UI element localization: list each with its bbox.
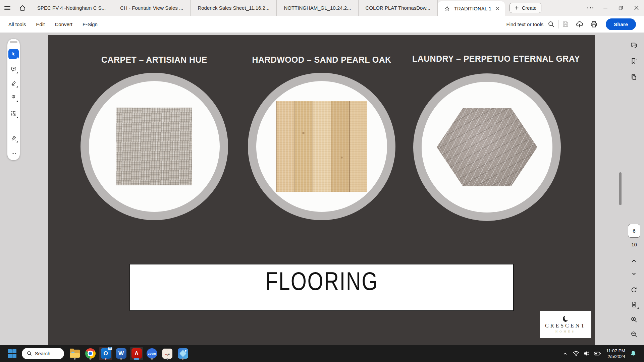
find-text-or-tools[interactable]: Find text or tools xyxy=(503,20,558,28)
close-icon xyxy=(633,5,640,11)
taskbar-app-photos[interactable] xyxy=(176,347,190,360)
taskbar-app-acrobat[interactable]: A xyxy=(130,347,143,360)
print-button[interactable] xyxy=(587,18,601,31)
document-tab[interactable]: COLOR PLAT ThomasDow... xyxy=(359,0,438,16)
taskbar-search[interactable]: Search xyxy=(22,348,64,359)
window-close-button[interactable] xyxy=(629,0,644,16)
sample-circle-inner xyxy=(422,82,552,213)
zoom-app-icon: zoom xyxy=(147,348,157,359)
hidden-icons-button[interactable] xyxy=(560,347,571,360)
volume-button[interactable] xyxy=(581,347,592,360)
save-button[interactable] xyxy=(558,18,573,31)
battery-icon xyxy=(593,350,601,358)
quick-tools-panel xyxy=(7,39,20,160)
document-tab[interactable]: CH - Fountain View Sales ... xyxy=(113,0,191,16)
fill-sign-tool-button[interactable] xyxy=(8,133,19,143)
current-page-input[interactable] xyxy=(628,224,640,237)
hardwood-swatch-image xyxy=(276,101,367,192)
window-minimize-button[interactable] xyxy=(598,0,613,16)
taskbar-app-outlook[interactable]: O xyxy=(99,347,112,360)
taskbar-app-word[interactable]: W xyxy=(114,347,128,360)
tab-label: CH - Fountain View Sales ... xyxy=(120,5,183,11)
divider xyxy=(601,20,601,28)
lasso-draw-icon xyxy=(10,94,17,101)
zoom-out-icon xyxy=(630,330,638,338)
window-maximize-button[interactable] xyxy=(613,0,629,16)
add-text-tool-button[interactable] xyxy=(8,108,19,119)
start-button[interactable] xyxy=(5,347,19,360)
zoom-out-button[interactable] xyxy=(629,329,639,339)
previous-page-button[interactable] xyxy=(629,256,639,266)
home-icon xyxy=(19,4,26,12)
panel-drag-handle[interactable] xyxy=(10,41,17,43)
search-label: Search xyxy=(35,351,50,356)
rotate-refresh-button[interactable] xyxy=(629,285,639,295)
home-button[interactable] xyxy=(15,0,30,16)
notification-bell-icon xyxy=(630,350,637,357)
acrobat-toolbar: All tools Edit Convert E-Sign Find text … xyxy=(0,16,644,33)
search-icon xyxy=(547,20,555,28)
document-tab[interactable]: SPEC FV 4 -Nottingham C S... xyxy=(30,0,113,16)
page-fit-button[interactable] xyxy=(629,299,639,309)
sample-circle-inner xyxy=(89,81,220,212)
file-explorer-icon xyxy=(70,350,80,358)
wifi-button[interactable] xyxy=(571,347,581,360)
more-options-button[interactable] xyxy=(583,0,598,16)
document-tab[interactable]: NOTTINGHAM_GL_10.24.2... xyxy=(277,0,358,16)
cloud-upload-icon xyxy=(576,20,584,28)
date-label: 2/5/2024 xyxy=(606,354,625,359)
taskbar-app-chrome[interactable] xyxy=(84,347,97,360)
ellipsis-icon xyxy=(587,7,594,9)
draw-tool-button[interactable] xyxy=(8,92,19,103)
edit-menu[interactable]: Edit xyxy=(31,16,50,33)
zoom-in-icon xyxy=(630,316,638,323)
taskbar-app-zoom[interactable]: zoom xyxy=(145,347,159,360)
select-tool-button[interactable] xyxy=(8,49,19,59)
notifications-button[interactable] xyxy=(628,347,639,360)
taskbar-app-snipping-tool[interactable]: ✂ xyxy=(161,347,174,360)
taskbar-app-file-explorer[interactable] xyxy=(68,347,82,360)
acrobat-icon: A xyxy=(131,348,142,359)
page-fit-icon xyxy=(631,301,638,308)
tab-label: Roderick Sales Sheet_11.16.2... xyxy=(198,5,269,11)
plus-icon xyxy=(514,5,519,10)
tab-label: SPEC FV 4 -Nottingham C S... xyxy=(37,5,106,11)
all-tools-menu[interactable]: All tools xyxy=(3,16,31,33)
next-page-button[interactable] xyxy=(629,269,639,279)
hamburger-icon xyxy=(4,6,10,10)
fountain-pen-icon xyxy=(10,135,17,141)
crescent-homes-logo: CRESCENT HOMES xyxy=(540,311,591,338)
flooring-title-box: FLOORING xyxy=(129,264,514,311)
zoom-in-button[interactable] xyxy=(629,314,639,324)
bookmark-icon xyxy=(630,57,638,65)
app-menu-button[interactable] xyxy=(0,0,15,16)
esign-menu[interactable]: E-Sign xyxy=(77,16,103,33)
upload-cloud-button[interactable] xyxy=(573,18,587,31)
total-pages-label: 10 xyxy=(628,242,640,247)
taskbar-clock[interactable]: 11:07 PM 2/5/2024 xyxy=(606,348,625,359)
bookmarks-panel-button[interactable] xyxy=(629,56,639,66)
document-tab[interactable]: Roderick Sales Sheet_11.16.2... xyxy=(191,0,277,16)
current-page-box xyxy=(628,224,640,238)
highlight-tool-button[interactable] xyxy=(8,78,19,88)
divider xyxy=(629,281,639,281)
sample-label-laundry: LAUNDRY – PERPETUO ETERNAL GRAY xyxy=(412,54,580,64)
battery-button[interactable] xyxy=(592,347,603,360)
save-icon xyxy=(562,20,569,28)
vertical-scrollbar-thumb[interactable] xyxy=(619,172,622,205)
wifi-icon xyxy=(573,350,580,357)
star-icon[interactable] xyxy=(444,5,450,12)
share-button[interactable]: Share xyxy=(606,18,636,30)
speaker-icon xyxy=(583,350,590,357)
page-title: FLOORING xyxy=(265,266,378,296)
create-button[interactable]: Create xyxy=(509,3,541,13)
pages-panel-button[interactable] xyxy=(629,72,639,82)
comments-panel-button[interactable] xyxy=(629,41,639,50)
document-tab-active[interactable]: TRADITIONAL 1 xyxy=(438,1,505,16)
add-comment-tool-button[interactable] xyxy=(8,64,19,74)
close-tab-icon[interactable] xyxy=(495,6,500,11)
logo-name: CRESCENT xyxy=(545,323,586,329)
more-tools-button[interactable] xyxy=(8,148,19,159)
pdf-viewer: CARPET – ARTISIAN HUE HARDWOOD – SAND PE… xyxy=(0,33,644,345)
convert-menu[interactable]: Convert xyxy=(50,16,77,33)
